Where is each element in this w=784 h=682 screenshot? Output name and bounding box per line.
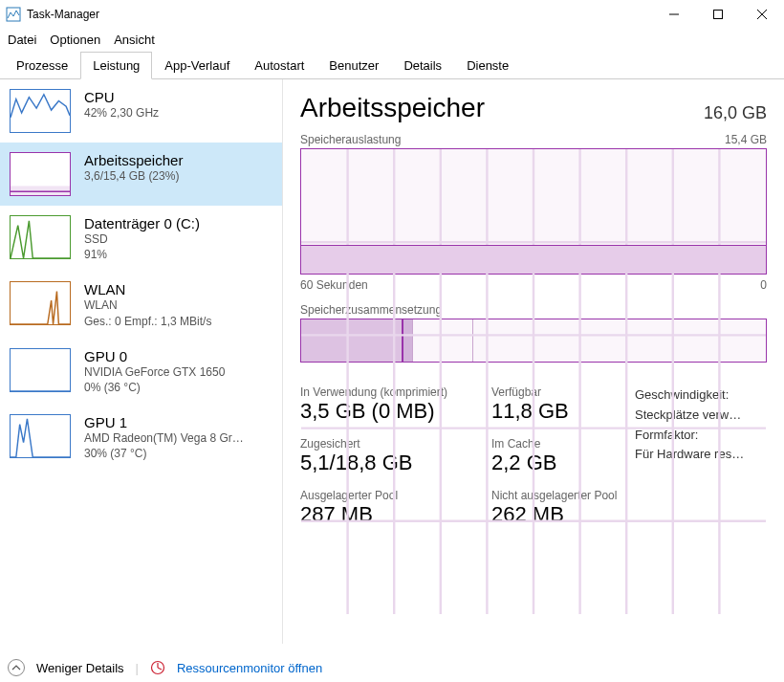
tab-autostart[interactable]: Autostart xyxy=(242,52,316,79)
menubar: Datei Optionen Ansicht xyxy=(0,29,784,51)
sidebar-item-line3: 30% (37 °C) xyxy=(84,446,244,461)
window-title: Task-Manager xyxy=(27,8,652,21)
minimize-button[interactable] xyxy=(652,0,696,29)
svg-rect-5 xyxy=(11,186,70,195)
menu-file[interactable]: Datei xyxy=(8,33,36,47)
sparkline-thumb xyxy=(10,348,71,392)
sidebar-item-line2: 3,6/15,4 GB (23%) xyxy=(84,168,183,184)
tab-prozesse[interactable]: Prozesse xyxy=(4,52,80,79)
sidebar-item-arbeitsspeicher[interactable]: Arbeitsspeicher3,6/15,4 GB (23%) xyxy=(0,143,282,206)
menu-view[interactable]: Ansicht xyxy=(114,33,155,47)
sidebar-item-line3: Ges.: 0 Empf.: 1,3 MBit/s xyxy=(84,314,211,329)
sidebar-item-datentr-ger-0-c-[interactable]: Datenträger 0 (C:)SSD91% xyxy=(0,206,282,272)
sparkline-thumb xyxy=(10,215,71,259)
open-resmon-link[interactable]: Ressourcenmonitor öffnen xyxy=(177,661,322,675)
app-icon xyxy=(6,7,21,22)
sidebar-item-line2: NVIDIA GeForce GTX 1650 xyxy=(84,364,225,380)
sparkline-thumb xyxy=(10,152,71,196)
main-pane: Arbeitsspeicher 16,0 GB Speicherauslastu… xyxy=(283,79,784,644)
chart-label-left: Speicherauslastung xyxy=(300,133,401,146)
tab-appverlauf[interactable]: App-Verlauf xyxy=(152,52,242,79)
memory-usage-chart[interactable] xyxy=(300,148,767,275)
titlebar: Task-Manager xyxy=(0,0,784,29)
sidebar-item-cpu[interactable]: CPU42% 2,30 GHz xyxy=(0,79,282,143)
resmon-icon xyxy=(150,660,165,675)
memory-total: 16,0 GB xyxy=(704,103,767,123)
sidebar: CPU42% 2,30 GHzArbeitsspeicher3,6/15,4 G… xyxy=(0,79,283,644)
sidebar-item-title: Arbeitsspeicher xyxy=(84,152,183,168)
chevron-up-icon[interactable] xyxy=(8,659,25,676)
tab-dienste[interactable]: Dienste xyxy=(454,52,521,79)
tab-bar: Prozesse Leistung App-Verlauf Autostart … xyxy=(0,51,784,79)
tab-benutzer[interactable]: Benutzer xyxy=(316,52,391,79)
sparkline-thumb xyxy=(10,414,71,458)
sidebar-item-line3: 91% xyxy=(84,247,200,262)
sparkline-thumb xyxy=(10,89,71,133)
sidebar-item-wlan[interactable]: WLANWLANGes.: 0 Empf.: 1,3 MBit/s xyxy=(0,272,282,338)
svg-rect-2 xyxy=(714,11,723,19)
sidebar-item-title: Datenträger 0 (C:) xyxy=(84,215,200,231)
tab-leistung[interactable]: Leistung xyxy=(80,52,152,79)
close-button[interactable] xyxy=(740,0,784,29)
sidebar-item-title: CPU xyxy=(84,89,159,105)
sidebar-item-title: WLAN xyxy=(84,281,211,297)
menu-options[interactable]: Optionen xyxy=(50,33,100,47)
sparkline-thumb xyxy=(10,281,71,325)
sidebar-item-line2: WLAN xyxy=(84,297,211,313)
page-title: Arbeitsspeicher xyxy=(300,93,485,123)
sidebar-item-title: GPU 1 xyxy=(84,414,244,430)
chart-label-right: 15,4 GB xyxy=(725,133,767,146)
sidebar-item-line2: SSD xyxy=(84,231,200,247)
sidebar-item-line2: 42% 2,30 GHz xyxy=(84,105,159,121)
sidebar-item-gpu-0[interactable]: GPU 0NVIDIA GeForce GTX 16500% (36 °C) xyxy=(0,339,282,405)
sidebar-item-title: GPU 0 xyxy=(84,348,225,364)
tab-details[interactable]: Details xyxy=(391,52,454,79)
maximize-button[interactable] xyxy=(696,0,740,29)
footer: Weniger Details | Ressourcenmonitor öffn… xyxy=(8,659,322,676)
sidebar-item-line3: 0% (36 °C) xyxy=(84,380,225,395)
content: CPU42% 2,30 GHzArbeitsspeicher3,6/15,4 G… xyxy=(0,79,784,644)
fewer-details-link[interactable]: Weniger Details xyxy=(36,661,124,675)
sidebar-item-line2: AMD Radeon(TM) Vega 8 Gr… xyxy=(84,430,244,446)
svg-line-21 xyxy=(158,668,162,670)
sidebar-item-gpu-1[interactable]: GPU 1AMD Radeon(TM) Vega 8 Gr…30% (37 °C… xyxy=(0,405,282,471)
